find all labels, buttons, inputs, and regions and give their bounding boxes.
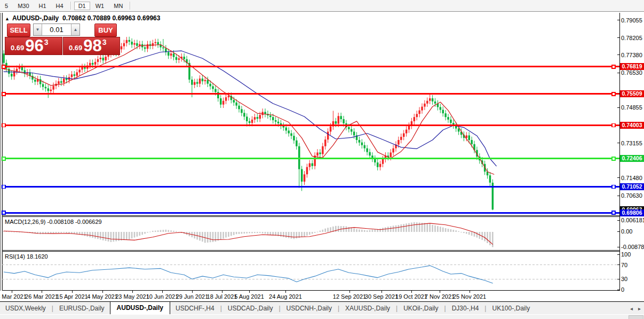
hline-handle[interactable]	[612, 185, 615, 189]
macd-indicator-label: MACD(12,26,9) -0.008108 -0.006629	[5, 219, 102, 225]
price-tick-label: 0.74855	[621, 104, 642, 111]
chart-tab-usdcad-daily[interactable]: USDCAD-,Daily	[222, 302, 279, 314]
timeframe-button-mn[interactable]: MN	[109, 2, 127, 10]
volume-increase-icon[interactable]: ▲	[71, 24, 79, 35]
hline-handle[interactable]	[2, 157, 5, 160]
hline-price-badge: 0.72406	[620, 155, 644, 162]
resize-grip[interactable]	[629, 315, 643, 319]
date-axis-label: 29 Jun 2021	[176, 293, 209, 300]
ask-quote-box[interactable]: 0.69 98 3	[63, 37, 120, 55]
symbol-name: AUDUSD-,Daily	[12, 14, 59, 22]
price-tick-label: 0.70630	[621, 192, 642, 199]
date-axis-label: 8 Mar 2021	[0, 293, 27, 300]
price-tick-label: 0.73155	[621, 140, 642, 146]
price-tick-label: 0.71480	[621, 175, 642, 181]
rsi-indicator-label: RSI(14) 18.1620	[5, 253, 48, 260]
timeframe-button-m30[interactable]: M30	[13, 2, 33, 10]
price-tick-label: 0.79055	[621, 17, 642, 24]
price-tick-label: 0.77380	[621, 52, 642, 58]
macd-histogram	[3, 222, 494, 247]
hline-handle[interactable]	[612, 124, 615, 127]
toolbar-separator	[130, 2, 131, 10]
hline-handle[interactable]	[2, 92, 5, 96]
date-axis-label: 25 Nov 2021	[453, 293, 486, 300]
ask-price-big: 98	[83, 38, 101, 54]
timeframe-button-w1[interactable]: W1	[91, 2, 109, 10]
rsi-tick-label: 100	[621, 251, 631, 258]
macd-tick-label: 0.00	[621, 228, 632, 235]
bid-price-big: 96	[25, 38, 43, 54]
hline-handle[interactable]	[2, 65, 5, 68]
chart-title: ▲AUDUSD-,Daily 0.70862 0.70889 0.69963 0…	[5, 14, 160, 22]
ask-price-prefix: 0.69	[69, 44, 82, 52]
bid-price-prefix: 0.69	[11, 44, 24, 52]
buy-button[interactable]: BUY	[94, 24, 117, 37]
date-axis-label: 24 Aug 2021	[269, 293, 302, 300]
hline-handle[interactable]	[2, 211, 5, 214]
chart-tab-ukoil-daily[interactable]: UKOil-,Daily	[398, 302, 443, 314]
hline-price-badge: 0.69806	[620, 209, 644, 216]
symbol-ohlc: 0.70862 0.70889 0.69963 0.69963	[62, 14, 161, 22]
volume-decrease-icon[interactable]: ▼	[34, 24, 42, 35]
toolbar-separator	[70, 2, 71, 10]
date-axis-label: 26 Mar 2021	[25, 293, 58, 300]
macd-tick-label: 0.006181	[621, 217, 644, 223]
chart-tabbar: USDX,Weekly|EURUSD-,DailyAUDUSD-,DailyUS…	[0, 302, 644, 314]
macd-tick-label: -0.00878	[621, 244, 644, 250]
rsi-tick-label: 0	[621, 286, 624, 293]
price-tick-label: 0.76530	[621, 69, 642, 76]
date-axis-label: 10 Jun 2021	[146, 293, 179, 300]
date-axis-label: 7 Nov 2021	[425, 293, 455, 300]
hline-handle[interactable]	[612, 65, 615, 68]
date-axis-label: 12 Sep 2021	[333, 293, 366, 300]
timeframe-button-h4[interactable]: H4	[52, 2, 68, 10]
tab-scroll-right-icon[interactable]: ▸	[638, 306, 641, 312]
rsi-tick-label: 70	[621, 262, 627, 268]
chart-tab-uk100-daily[interactable]: UK100-,Daily	[487, 302, 535, 314]
hline-handle[interactable]	[612, 157, 615, 160]
sell-button[interactable]: SELL	[7, 24, 30, 37]
date-axis-label: 19 Oct 2021	[395, 293, 427, 300]
date-axis-label: 30 Sep 2021	[365, 293, 398, 300]
ma-fast-line	[4, 45, 494, 175]
timeframe-toolbar: 5M30H1H4D1W1MN	[0, 0, 644, 12]
hline-price-badge: 0.76819	[620, 63, 644, 70]
rsi-line	[4, 266, 492, 283]
date-axis-label: 18 Jul 2021	[207, 293, 237, 300]
date-axis-label: 4 May 2021	[87, 293, 117, 300]
ask-price-pip: 3	[102, 38, 107, 46]
date-axis-label: 5 Aug 2021	[234, 293, 264, 300]
tab-scroll-left-icon[interactable]: ◂	[630, 306, 633, 312]
status-bar	[0, 314, 644, 319]
candles-layer	[3, 37, 494, 211]
date-axis-label: 23 May 2021	[115, 293, 149, 300]
timeframe-button-h1[interactable]: H1	[35, 2, 51, 10]
timeframe-button-5[interactable]: 5	[1, 2, 12, 10]
hline-handle[interactable]	[2, 124, 5, 127]
bid-quote-box[interactable]: 0.69 96 3	[5, 37, 62, 55]
chart-tab-usdcnh-daily[interactable]: USDCNH-,Daily	[281, 302, 337, 314]
chart-tab-usdchf-h4[interactable]: USDCHF-,H4	[170, 302, 220, 314]
hline-handle[interactable]	[2, 185, 5, 189]
hline-price-badge: 0.71052	[620, 183, 644, 190]
date-axis-label: 15 Apr 2021	[56, 293, 88, 300]
hline-price-badge: 0.74003	[620, 122, 644, 129]
chart-tab-audusd-daily[interactable]: AUDUSD-,Daily	[110, 301, 170, 314]
collapse-triangle-icon[interactable]: ▲	[5, 16, 10, 21]
timeframe-button-d1[interactable]: D1	[74, 2, 90, 10]
chart-window: ▲AUDUSD-,Daily 0.70862 0.70889 0.69963 0…	[0, 12, 644, 319]
hline-price-badge: 0.75509	[620, 90, 644, 97]
tab-scroll-arrows: ◂ ▸	[630, 306, 641, 312]
price-tick-label: 0.78205	[621, 35, 642, 41]
rsi-tick-label: 30	[621, 276, 627, 282]
chart-tab-usdx-weekly[interactable]: USDX,Weekly	[0, 302, 51, 314]
bid-price-pip: 3	[44, 38, 49, 46]
chart-tab-eurusd-daily[interactable]: EURUSD-,Daily	[54, 302, 110, 314]
volume-stepper: ▼ 0.01 ▲	[33, 24, 80, 36]
volume-input[interactable]: 0.01	[42, 24, 71, 35]
chart-tab-dj30-h4[interactable]: DJ30-,H4	[447, 302, 484, 314]
one-click-trade-panel: SELL ▼ 0.01 ▲ BUY 0.69 96 3 0.69 98 3	[4, 24, 121, 56]
hline-handle[interactable]	[612, 92, 615, 96]
chart-tab-xauusd-daily[interactable]: XAUUSD-,Daily	[340, 302, 395, 314]
hline-handle[interactable]	[612, 211, 615, 214]
